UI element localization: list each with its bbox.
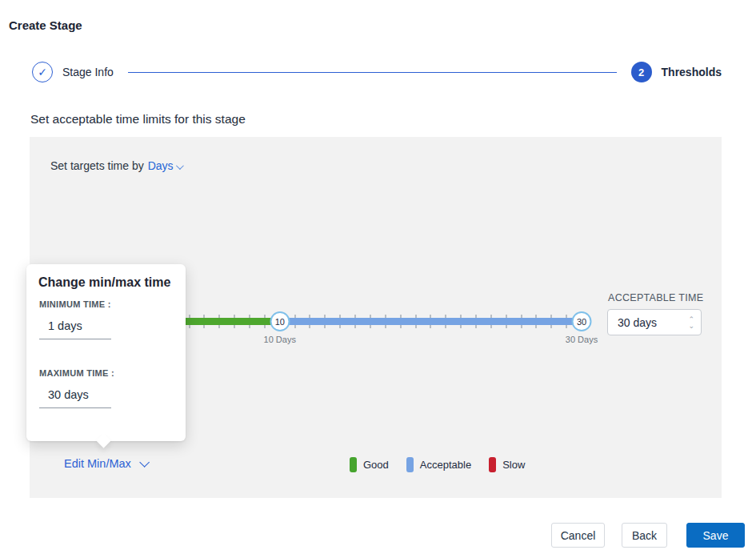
target-time-prefix: Set targets time by (50, 159, 144, 172)
good-swatch (350, 457, 357, 472)
legend-label-slow: Slow (502, 459, 525, 471)
edit-minmax-button[interactable]: Edit Min/Max (64, 457, 146, 470)
acceptable-time-label: ACCEPTABLE TIME (608, 292, 703, 303)
legend-label-acceptable: Acceptable (420, 459, 471, 471)
chevron-down-icon (139, 457, 150, 468)
days-dropdown[interactable]: Days (148, 159, 182, 172)
legend-item-acceptable: Acceptable (406, 457, 471, 472)
stepper-connector-line (128, 72, 617, 73)
maximum-time-field (39, 387, 111, 408)
maximum-time-label: MAXIMUM TIME : (39, 368, 114, 378)
acceptable-swatch (406, 457, 414, 472)
acceptable-time-input[interactable] (608, 316, 672, 329)
acceptable-time-field: ⌃ ⌄ (607, 309, 702, 335)
slider-handle-max[interactable]: 30 (572, 311, 592, 331)
save-button[interactable]: Save (686, 523, 745, 548)
slider-handle-min-label: 10 Days (264, 335, 296, 344)
check-icon: ✓ (32, 62, 53, 82)
edit-minmax-label: Edit Min/Max (64, 457, 131, 470)
legend-item-good: Good (350, 457, 389, 472)
step-stage-info[interactable]: ✓ Stage Info (32, 62, 114, 82)
minimum-time-field (39, 319, 111, 339)
step-thresholds-label: Thresholds (662, 66, 722, 78)
stepper: ✓ Stage Info 2 Thresholds (32, 62, 722, 82)
back-button[interactable]: Back (622, 523, 667, 548)
slider-legend: Good Acceptable Slow (350, 457, 525, 472)
maximum-time-input[interactable] (39, 388, 110, 407)
slider-handle-min[interactable]: 10 (270, 311, 290, 331)
legend-label-good: Good (363, 459, 389, 471)
step-stage-info-label: Stage Info (62, 66, 114, 78)
popup-title: Change min/max time (38, 275, 170, 290)
slider-handle-max-label: 30 Days (566, 335, 598, 344)
stepper-down-icon[interactable]: ⌄ (688, 323, 694, 329)
change-minmax-popup: Change min/max time MINIMUM TIME : MAXIM… (26, 264, 186, 441)
cancel-button[interactable]: Cancel (551, 523, 605, 548)
step-number-badge: 2 (631, 62, 652, 82)
minimum-time-label: MINIMUM TIME : (39, 299, 111, 309)
days-dropdown-value: Days (148, 159, 174, 172)
section-heading: Set acceptable time limits for this stag… (30, 112, 246, 126)
chevron-down-icon (176, 162, 184, 170)
time-slider[interactable]: 1010 Days3030 Days (144, 313, 582, 345)
slow-swatch (489, 457, 496, 472)
minimum-time-input[interactable] (39, 319, 110, 339)
slider-segment-acceptable (280, 318, 582, 325)
target-time-row: Set targets time by Days (50, 159, 182, 172)
number-stepper: ⌃ ⌄ (688, 316, 694, 329)
page-title: Create Stage (9, 18, 82, 32)
step-thresholds[interactable]: 2 Thresholds (631, 62, 722, 82)
legend-item-slow: Slow (489, 457, 525, 472)
